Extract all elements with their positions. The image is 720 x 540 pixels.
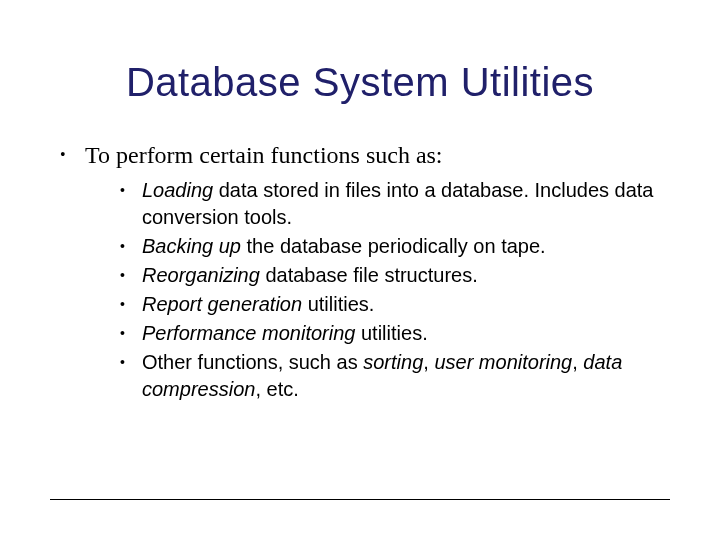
emphasis: sorting bbox=[363, 351, 423, 373]
emphasis: Report generation bbox=[142, 293, 302, 315]
emphasis: user monitoring bbox=[434, 351, 572, 373]
item-text: database file structures. bbox=[260, 264, 478, 286]
item-text: , etc. bbox=[255, 378, 298, 400]
emphasis: Loading bbox=[142, 179, 213, 201]
level2-item-performance-monitoring: Performance monitoring utilities. bbox=[120, 320, 670, 347]
level2-item-other-functions: Other functions, such as sorting, user m… bbox=[120, 349, 670, 403]
bullet-list-level2: Loading data stored in files into a data… bbox=[120, 177, 670, 403]
item-text: utilities. bbox=[302, 293, 374, 315]
level2-item-backing-up: Backing up the database periodically on … bbox=[120, 233, 670, 260]
horizontal-rule bbox=[50, 499, 670, 500]
lead-text: To perform certain functions such as: bbox=[85, 142, 443, 168]
item-text: the database periodically on tape. bbox=[241, 235, 546, 257]
slide-title: Database System Utilities bbox=[50, 60, 670, 105]
level2-item-report-generation: Report generation utilities. bbox=[120, 291, 670, 318]
item-text: , bbox=[572, 351, 583, 373]
bullet-list-level1: To perform certain functions such as: Lo… bbox=[55, 140, 670, 403]
level2-item-loading: Loading data stored in files into a data… bbox=[120, 177, 670, 231]
item-text: utilities. bbox=[355, 322, 427, 344]
level1-item: To perform certain functions such as: Lo… bbox=[55, 140, 670, 403]
emphasis: Backing up bbox=[142, 235, 241, 257]
item-text: Other functions, such as bbox=[142, 351, 363, 373]
level2-item-reorganizing: Reorganizing database file structures. bbox=[120, 262, 670, 289]
slide: Database System Utilities To perform cer… bbox=[0, 0, 720, 540]
item-text: data stored in files into a database. In… bbox=[142, 179, 653, 228]
emphasis: Reorganizing bbox=[142, 264, 260, 286]
item-text: , bbox=[423, 351, 434, 373]
emphasis: Performance monitoring bbox=[142, 322, 355, 344]
